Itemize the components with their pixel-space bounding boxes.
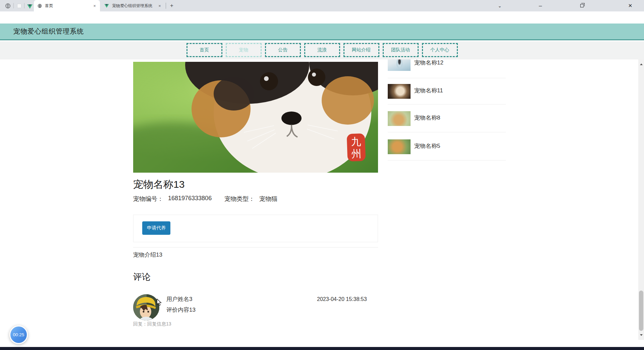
pinned-tab-extension[interactable] (16, 3, 22, 9)
tab-close-icon[interactable]: × (157, 3, 162, 8)
comment-user-name: 用户姓名3 (166, 295, 192, 303)
tab-title: 首页 (45, 3, 89, 9)
related-pet-label: 宠物名称8 (414, 114, 440, 122)
nav-item-stray[interactable]: 流浪 (304, 43, 340, 57)
site-header: 宠物爱心组织管理系统 (0, 24, 644, 40)
mouse-cursor (157, 299, 162, 306)
page-content: 九 州 宠物名称13 宠物编号： 1681976333806 宠物类型： 宠物猫… (0, 59, 644, 347)
page-scrollbar[interactable] (638, 59, 644, 340)
main-nav: 首页 宠物 公告 流浪 网站介绍 团队活动 个人中心 (0, 41, 644, 59)
pet-name-heading: 宠物名称13 (133, 178, 184, 191)
taskbar-edge (0, 347, 644, 350)
related-pet-label: 宠物名称11 (414, 87, 443, 94)
browser-menu-chevron[interactable]: ⌄ (492, 0, 507, 11)
pet-type-value: 宠物猫 (259, 195, 277, 203)
related-pet-item[interactable]: 宠物名称5 (388, 139, 506, 158)
pet-intro-text: 宠物介绍13 (133, 251, 162, 259)
tab-title: 宠物爱心组织管理系统 (112, 3, 154, 9)
nav-item-home[interactable]: 首页 (186, 43, 222, 57)
nav-item-profile[interactable]: 个人中心 (422, 43, 458, 57)
pinned-tab-vue[interactable] (27, 3, 33, 9)
tab-close-icon[interactable]: × (92, 3, 97, 8)
comment-content: 评价内容13 (166, 306, 196, 314)
related-pet-item[interactable]: 宠物名称8 (388, 111, 506, 130)
pet-id-label: 宠物编号： (133, 195, 163, 203)
apply-foster-button[interactable]: 申请代养 (142, 221, 170, 235)
pet-thumbnail (388, 111, 411, 126)
globe-icon (5, 3, 10, 8)
pet-photo-art: 九 州 (133, 62, 378, 173)
pet-type-label: 宠物类型： (224, 195, 255, 203)
minimize-button[interactable]: ─ (533, 0, 548, 11)
svg-text:州: 州 (351, 148, 362, 159)
related-pet-label: 宠物名称12 (414, 59, 443, 67)
seal-watermark: 九 州 (347, 133, 366, 162)
divider (388, 132, 506, 132)
scroll-down-arrow[interactable] (638, 332, 644, 338)
restore-icon (580, 4, 584, 7)
vue-favicon (104, 4, 109, 7)
recording-timer[interactable]: 00:25 (9, 325, 28, 344)
tab-home[interactable]: 首页 × (34, 0, 100, 11)
divider (133, 247, 378, 248)
restore-button[interactable] (574, 0, 590, 11)
related-pet-item[interactable]: 宠物名称11 (388, 84, 506, 103)
tab-divider (166, 3, 166, 9)
nav-item-about[interactable]: 网站介绍 (343, 43, 379, 57)
divider (388, 160, 506, 161)
nav-item-pets[interactable]: 宠物 (226, 43, 262, 57)
pet-info-row: 宠物编号： 1681976333806 宠物类型： 宠物猫 (133, 195, 277, 203)
pet-thumbnail (388, 84, 411, 99)
pet-thumbnail (388, 139, 411, 154)
nav-item-announcements[interactable]: 公告 (265, 43, 301, 57)
comment-timestamp: 2023-04-20 15:38:53 (317, 296, 367, 302)
pet-photo: 九 州 (133, 62, 378, 173)
comment-reply: 回复：回复信息13 (133, 321, 171, 327)
pinned-tab-globe[interactable] (5, 3, 11, 9)
globe-favicon (38, 4, 42, 8)
square-icon (17, 4, 21, 8)
nav-item-team-activities[interactable]: 团队活动 (383, 43, 419, 57)
vue-icon (27, 4, 33, 9)
scroll-up-arrow[interactable] (638, 61, 644, 67)
divider (388, 78, 506, 78)
pet-id-value: 1681976333806 (168, 195, 212, 203)
comments-heading: 评论 (133, 271, 151, 283)
tab-separator (24, 3, 24, 8)
tab-pet-system[interactable]: 宠物爱心组织管理系统 × (101, 0, 164, 11)
related-pet-item[interactable]: 宠物名称12 (388, 59, 506, 75)
commenter-avatar (133, 294, 159, 320)
scrollbar-thumb[interactable] (639, 291, 643, 331)
svg-text:九: 九 (351, 136, 361, 147)
site-title: 宠物爱心组织管理系统 (13, 27, 84, 36)
divider (388, 104, 506, 104)
browser-tab-bar: 首页 × 宠物爱心组织管理系统 × + ⌄ ─ ✕ (0, 0, 644, 11)
related-pet-label: 宠物名称5 (414, 142, 440, 150)
pet-thumbnail (388, 59, 411, 71)
tab-separator (13, 3, 14, 8)
close-window-button[interactable]: ✕ (623, 0, 638, 11)
avatar-art (133, 294, 159, 320)
browser-toolbar: ← → ↻ ⓘ localhost:8080/chongwuaixinzuzhi… (0, 11, 644, 24)
timer-value: 00:25 (13, 332, 24, 337)
new-tab-button[interactable]: + (168, 2, 175, 9)
